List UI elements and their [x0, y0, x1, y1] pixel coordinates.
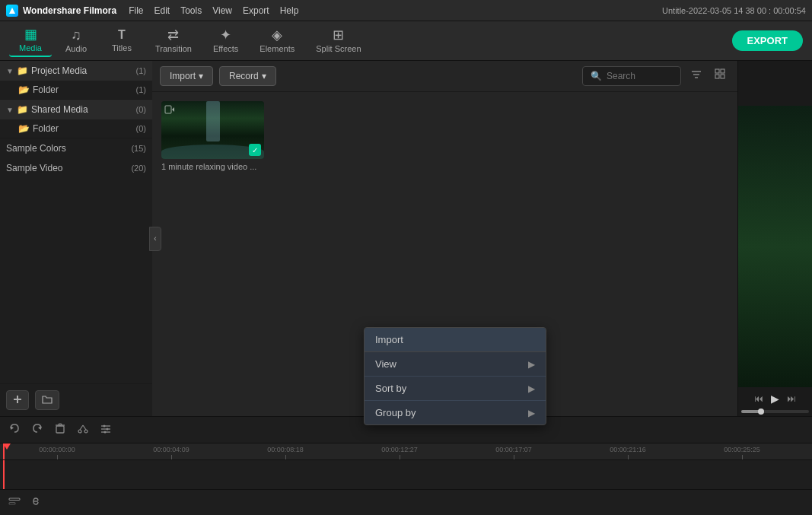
toolbar-titles[interactable]: T Titles [100, 26, 143, 56]
search-icon: 🔍 [591, 71, 602, 81]
toolbar-transition[interactable]: ⇄ Transition [146, 25, 201, 56]
menu-file[interactable]: File [129, 5, 143, 16]
media-item[interactable]: ✓ 1 minute relaxing video ... [161, 101, 264, 171]
svg-point-25 [107, 428, 109, 431]
shared-media-folder-count: (0) [136, 124, 146, 133]
ruler-tick-1: 00:00:04:09 [114, 446, 228, 459]
context-menu-sortby[interactable]: Sort by ▶ [365, 377, 546, 400]
svg-rect-8 [715, 75, 719, 78]
new-folder-button[interactable] [35, 390, 59, 410]
svg-marker-0 [9, 8, 15, 14]
effects-icon: ✦ [220, 28, 231, 42]
tick-label-4: 00:00:17:07 [495, 446, 532, 453]
shared-media-folder-icon: 📁 [17, 104, 28, 115]
titles-icon: T [118, 29, 126, 41]
project-media-section: ▼ 📁 Project Media (1) 📂 Folder (1) [0, 61, 152, 100]
import-chevron-icon: ▾ [199, 71, 203, 81]
media-item-label: 1 minute relaxing video ... [161, 162, 264, 171]
timeline-ruler: 00:00:00:00 00:00:04:09 00:00:08:18 00:0… [0, 443, 812, 460]
elements-icon: ◈ [272, 28, 282, 42]
delete-button[interactable] [52, 420, 68, 440]
context-menu: Import View ▶ Sort by ▶ Group by ▶ [364, 327, 546, 425]
svg-rect-28 [9, 503, 15, 505]
media-thumbnail: ✓ [161, 101, 264, 159]
main-area: ▼ 📁 Project Media (1) 📂 Folder (1) ▼ 📁 S… [0, 61, 812, 416]
menu-help[interactable]: Help [280, 5, 299, 16]
project-media-label: Project Media [31, 65, 133, 76]
shared-media-folder-item[interactable]: 📂 Folder (0) [0, 119, 152, 138]
undo-button[interactable] [6, 420, 23, 440]
tick-label-1: 00:00:04:09 [153, 446, 189, 453]
audio-icon: ♫ [71, 28, 81, 42]
tick-label-2: 00:00:08:18 [267, 446, 304, 453]
context-menu-view[interactable]: View ▶ [365, 352, 546, 376]
svg-marker-13 [38, 426, 41, 430]
toolbar-audio-label: Audio [65, 44, 87, 53]
toolbar-media-label: Media [19, 43, 42, 52]
timeline-tracks [0, 460, 812, 489]
menu-tools[interactable]: Tools [180, 5, 202, 16]
project-media-count: (1) [136, 66, 146, 75]
svg-point-24 [103, 425, 106, 428]
svg-point-18 [84, 430, 88, 433]
selected-check-icon: ✓ [249, 144, 261, 156]
menu-view[interactable]: View [212, 5, 232, 16]
app-name: Wondershare Filmora [23, 5, 116, 16]
menu-export[interactable]: Export [243, 5, 269, 16]
toolbar-media[interactable]: ▦ Media [9, 24, 52, 57]
timeline-add-track[interactable] [6, 493, 23, 512]
context-menu-groupby[interactable]: Group by ▶ [365, 401, 546, 424]
record-button[interactable]: Record ▾ [219, 66, 276, 86]
svg-point-17 [78, 430, 81, 433]
context-menu-header: Import [365, 328, 546, 352]
import-button[interactable]: Import ▾ [160, 66, 213, 86]
cut-button[interactable] [75, 420, 91, 440]
export-button[interactable]: EXPORT [732, 30, 803, 51]
menu-edit[interactable]: Edit [154, 5, 170, 16]
preview-skip-fwd[interactable]: ⏭ [785, 391, 798, 406]
ruler-tick-2: 00:00:08:18 [228, 446, 342, 459]
context-menu-view-arrow: ▶ [528, 359, 535, 370]
preview-play[interactable]: ▶ [769, 390, 782, 407]
sample-colors-count: (15) [131, 144, 146, 153]
app-logo: Wondershare Filmora [6, 5, 116, 17]
ruler-tick-0: 00:00:00:00 [0, 446, 114, 459]
project-media-header[interactable]: ▼ 📁 Project Media (1) [0, 61, 152, 81]
svg-point-26 [104, 431, 107, 434]
timeline-area: 00:00:00:00 00:00:04:09 00:00:08:18 00:0… [0, 416, 812, 515]
shared-media-header[interactable]: ▼ 📁 Shared Media (0) [0, 100, 152, 119]
toolbar-effects[interactable]: ✦ Effects [204, 25, 247, 56]
tick-label-6: 00:00:25:25 [724, 446, 760, 453]
tick-label-3: 00:00:12:27 [381, 446, 418, 453]
svg-line-19 [80, 425, 83, 430]
transition-icon: ⇄ [167, 28, 179, 42]
toolbar-audio[interactable]: ♫ Audio [55, 25, 97, 56]
toolbar: ▦ Media ♫ Audio T Titles ⇄ Transition ✦ … [0, 21, 812, 61]
toolbar-elements[interactable]: ◈ Elements [250, 25, 304, 56]
toolbar-splitscreen-label: Split Screen [316, 44, 361, 53]
svg-rect-2 [14, 399, 21, 400]
preview-skip-back[interactable]: ⏮ [752, 391, 766, 406]
toolbar-effects-label: Effects [213, 44, 238, 53]
add-media-button[interactable] [6, 390, 29, 410]
timeline-link-button[interactable] [27, 493, 44, 512]
track-playhead [3, 460, 5, 489]
project-media-folder-label: Folder [33, 84, 133, 95]
sample-colors-item[interactable]: Sample Colors (15) [0, 138, 152, 158]
filter-button[interactable] [687, 65, 705, 87]
svg-rect-14 [56, 426, 64, 433]
project-media-folder-item[interactable]: 📂 Folder (1) [0, 81, 152, 99]
svg-rect-27 [9, 498, 20, 501]
record-chevron-icon: ▾ [262, 71, 266, 81]
search-input[interactable] [607, 71, 675, 81]
grid-view-button[interactable] [712, 65, 730, 87]
context-menu-groupby-label: Group by [375, 407, 416, 418]
adjust-button[interactable] [97, 420, 114, 440]
media-toolbar: Import ▾ Record ▾ 🔍 [152, 61, 737, 92]
sample-video-item[interactable]: Sample Video (20) [0, 158, 152, 178]
redo-button[interactable] [29, 420, 46, 440]
sidebar-collapse-arrow[interactable]: ‹ [149, 227, 161, 251]
toolbar-splitscreen[interactable]: ⊞ Split Screen [307, 25, 370, 56]
shared-media-section: ▼ 📁 Shared Media (0) 📂 Folder (0) [0, 100, 152, 138]
ruler-tick-6: 00:00:25:25 [685, 446, 799, 459]
